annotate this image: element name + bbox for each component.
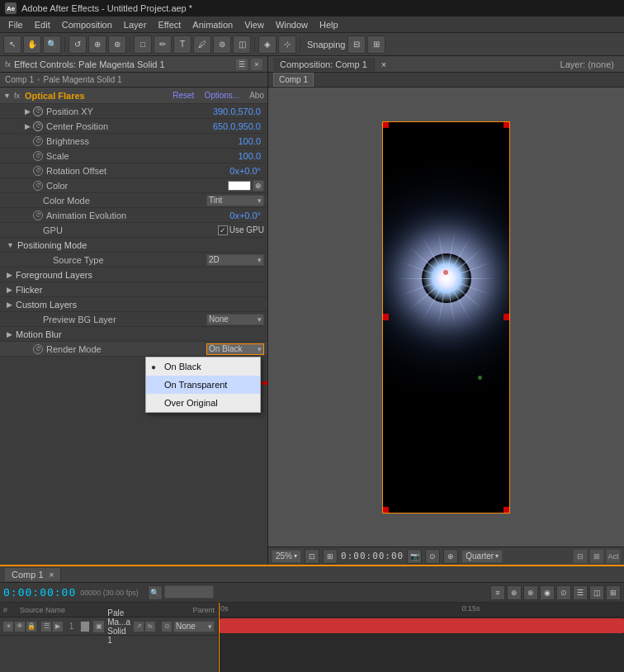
effect-controls-menu-btn[interactable]: ☰ <box>236 59 248 70</box>
color-swatch[interactable] <box>228 181 251 191</box>
toolbar-roto-tool[interactable]: ◈ <box>258 35 277 54</box>
stopwatch-center-position[interactable]: ⏱ <box>33 121 43 131</box>
options-button[interactable]: Options... <box>204 91 239 100</box>
tl-graph-btn[interactable]: ⊗ <box>523 585 538 600</box>
optical-flares-header[interactable]: ▼ fx Optical Flares Reset Options... Abo <box>0 88 267 104</box>
dropdown-render-mode[interactable]: On Black <box>206 343 264 355</box>
expand-scale[interactable] <box>23 152 31 160</box>
value-brightness[interactable]: 100.0 <box>238 136 261 146</box>
stopwatch-brightness[interactable]: ⏱ <box>33 136 43 146</box>
stopwatch-color[interactable]: ⏱ <box>33 181 43 191</box>
expand-rotation-offset[interactable] <box>23 167 31 175</box>
effect-controls-close-btn[interactable]: × <box>251 59 262 70</box>
expand-custom-layers[interactable]: ▶ <box>7 301 12 309</box>
menu-edit[interactable]: Edit <box>30 18 55 31</box>
dropdown-item-on-transparent[interactable]: On Transparent <box>146 376 260 394</box>
dropdown-item-on-black[interactable]: ● On Black <box>146 357 260 376</box>
tl-mode-btn[interactable]: ◉ <box>540 585 555 600</box>
value-center-position[interactable]: 650.0,950.0 <box>213 121 261 131</box>
expand-preview-bg[interactable] <box>23 315 31 324</box>
comp-name-tab[interactable]: Comp 1 <box>273 73 314 87</box>
edge-handle-l[interactable] <box>382 314 389 320</box>
comp-tab[interactable]: Composition: Comp 1 <box>273 58 375 71</box>
toolbar-puppet-tool[interactable]: ⊹ <box>278 35 296 54</box>
toolbar-clone-tool[interactable]: ⊚ <box>213 35 231 54</box>
checkbox-gpu[interactable] <box>218 225 228 235</box>
toolbar-rect-tool[interactable]: □ <box>134 35 152 54</box>
menu-effect[interactable]: Effect <box>153 18 186 31</box>
snapping-toggle[interactable]: ⊟ <box>347 35 366 54</box>
timeline-timecode[interactable]: 0:00:00:00 <box>3 586 76 599</box>
stopwatch-render-mode[interactable]: ⏱ <box>33 344 43 354</box>
grid-btn[interactable]: ⊞ <box>323 549 338 564</box>
layer-solo-btn[interactable]: ☀ <box>3 622 13 632</box>
zoom-dropdown[interactable]: 25% <box>272 550 301 563</box>
expand-anim-evo[interactable] <box>23 211 31 220</box>
toolbar-brush-tool[interactable]: 🖊 <box>193 35 211 54</box>
layer-shy-btn[interactable]: ☰ <box>41 622 51 632</box>
dropdown-source-type[interactable]: 2D <box>206 254 264 266</box>
value-rotation-offset[interactable]: 0x+0.0° <box>229 166 261 176</box>
effect-list[interactable]: ▼ fx Optical Flares Reset Options... Abo… <box>0 88 267 565</box>
toolbar-cam-tool[interactable]: ⊕ <box>88 35 106 54</box>
layer-play-btn[interactable]: ▶ <box>53 622 63 632</box>
tl-3d-btn[interactable]: ☰ <box>573 585 588 600</box>
reset-button[interactable]: Reset <box>173 91 194 100</box>
expand-positioning-mode[interactable]: ▼ <box>7 241 14 249</box>
menu-layer[interactable]: Layer <box>119 18 152 31</box>
toolbar-zoom-tool[interactable]: 🔍 <box>43 35 61 54</box>
expand-brightness[interactable] <box>23 137 31 145</box>
stopwatch-anim-evo[interactable]: ⏱ <box>33 211 43 220</box>
section-motion-blur[interactable]: ▶ Motion Blur <box>0 327 267 342</box>
dropdown-item-over-original[interactable]: Over Original <box>146 394 260 412</box>
layer-fx-btn[interactable]: fx <box>145 622 155 632</box>
footer-icon-3[interactable]: Act <box>606 549 621 564</box>
preview-options[interactable]: ⊙ <box>425 549 440 564</box>
dropdown-color-mode[interactable]: Tint <box>206 195 264 206</box>
timeline-tracks[interactable]: 0s 0:15s <box>219 603 624 672</box>
edge-handle-r[interactable] <box>503 314 510 320</box>
expand-flicker[interactable]: ▶ <box>7 286 12 294</box>
expand-foreground[interactable]: ▶ <box>7 271 12 279</box>
eyedropper-icon[interactable]: ⊕ <box>253 180 264 192</box>
toolbar-arrow-tool[interactable]: ↖ <box>3 35 21 54</box>
corner-handle-tl[interactable] <box>382 121 389 128</box>
render-mode-dropdown-menu[interactable]: ● On Black On Transparent Over Original <box>145 357 261 413</box>
menu-composition[interactable]: Composition <box>57 18 117 31</box>
expand-render-mode[interactable] <box>23 345 31 353</box>
expand-source-type[interactable] <box>33 256 41 264</box>
timeline-tab-comp1[interactable]: Comp 1 × <box>5 568 61 581</box>
stopwatch-position-xy[interactable]: ⏱ <box>33 106 43 116</box>
comp-canvas-inner[interactable] <box>382 121 510 513</box>
camera-btn[interactable]: 📷 <box>407 549 422 564</box>
dropdown-preview-bg[interactable]: None <box>206 314 264 325</box>
toolbar-pan-tool[interactable]: ⊛ <box>108 35 126 54</box>
stopwatch-rotation-offset[interactable]: ⏱ <box>33 166 43 176</box>
tl-solo-btn[interactable]: ≡ <box>490 585 505 600</box>
comp-panel-close[interactable]: × <box>381 59 386 69</box>
tl-audio-btn[interactable]: ◫ <box>589 585 604 600</box>
section-custom-layers[interactable]: ▶ Custom Layers <box>0 297 267 312</box>
tl-motion-btn[interactable]: ⊙ <box>556 585 571 600</box>
expand-color[interactable] <box>23 182 31 190</box>
toolbar-eraser-tool[interactable]: ◫ <box>233 35 251 54</box>
layer-switch-1[interactable]: ↗ <box>134 622 144 632</box>
value-anim-evo[interactable]: 0x+0.0° <box>229 211 261 220</box>
expand-motion-blur[interactable]: ▶ <box>7 330 12 338</box>
value-position-xy[interactable]: 390.0,570.0 <box>213 106 261 116</box>
footer-icon-2[interactable]: ⊠ <box>589 549 604 564</box>
corner-handle-br[interactable] <box>503 507 510 513</box>
playhead[interactable] <box>219 603 220 672</box>
section-positioning-mode[interactable]: ▼ Positioning Mode <box>0 238 267 253</box>
tl-new-comp-btn[interactable]: ⊕ <box>507 585 522 600</box>
toolbar-rotate-tool[interactable]: ↺ <box>69 35 87 54</box>
layer-video-btn[interactable]: 👁 <box>15 622 25 632</box>
expand-gpu[interactable] <box>23 226 31 234</box>
section-foreground-layers[interactable]: ▶ Foreground Layers <box>0 267 267 282</box>
layer-parent-icon[interactable]: ⊙ <box>162 622 172 632</box>
menu-animation[interactable]: Animation <box>187 18 238 31</box>
section-flicker[interactable]: ▶ Flicker <box>0 282 267 297</box>
toolbar-text-tool[interactable]: T <box>173 35 191 54</box>
tl-extra-btn[interactable]: ⊞ <box>606 585 621 600</box>
toolbar-hand-tool[interactable]: ✋ <box>23 35 41 54</box>
